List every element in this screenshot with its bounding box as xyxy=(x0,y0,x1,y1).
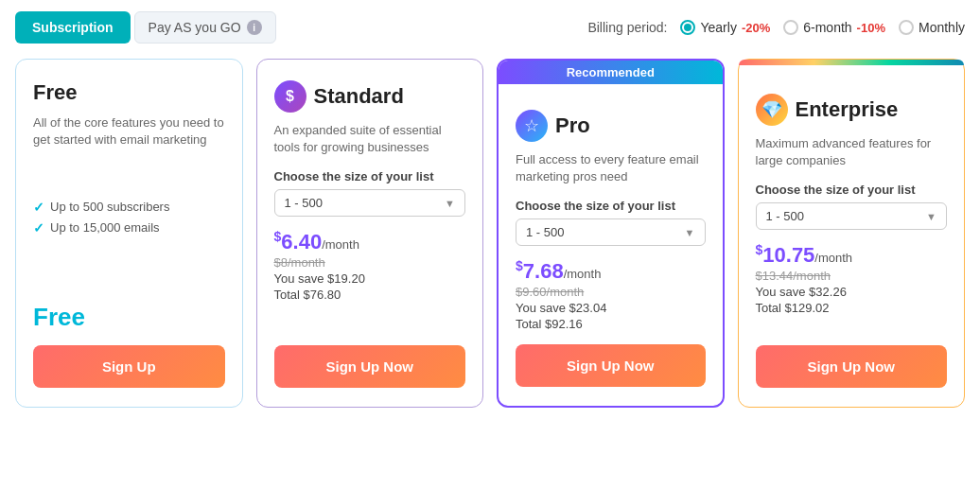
billing-sixmonth-discount: -10% xyxy=(857,21,885,35)
billing-option-sixmonth[interactable]: 6-month -10% xyxy=(783,20,885,35)
price-current-pro: $7.68/month xyxy=(516,259,706,282)
plan-name-standard: Standard xyxy=(314,84,404,109)
plan-desc-pro: Full access to every feature email marke… xyxy=(516,151,706,185)
card-enterprise: 💎 Enterprise Maximum advanced features f… xyxy=(738,59,966,408)
radio-sixmonth xyxy=(783,20,798,35)
billing-group: Billing period: Yearly -20% 6-month -10%… xyxy=(587,20,965,35)
price-total-pro: Total $92.16 xyxy=(516,317,706,331)
price-save-standard: You save $19.20 xyxy=(274,271,466,286)
billing-option-yearly[interactable]: Yearly -20% xyxy=(680,20,770,35)
free-price-label: Free xyxy=(33,303,225,332)
plan-name-free: Free xyxy=(33,80,225,105)
payasyougo-tab[interactable]: Pay AS you GO i xyxy=(134,11,276,44)
subscription-tab[interactable]: Subscription xyxy=(15,11,131,44)
price-total-enterprise: Total $129.02 xyxy=(756,301,948,315)
plan-desc-enterprise: Maximum advanced features for large comp… xyxy=(756,135,948,169)
price-current-standard: $6.40/month xyxy=(274,230,466,253)
price-total-standard: Total $76.80 xyxy=(274,288,466,302)
signup-button-pro[interactable]: Sign Up Now xyxy=(516,344,706,387)
dropdown-arrow-enterprise: ▼ xyxy=(926,211,936,222)
list-size-dropdown-pro[interactable]: 1 - 500 ▼ xyxy=(516,218,706,246)
list-size-label-standard: Choose the size of your list xyxy=(274,169,466,183)
enterprise-icon: 💎 xyxy=(756,94,788,126)
plan-desc-free: All of the core features you need to get… xyxy=(33,114,225,148)
plan-desc-standard: An expanded suite of essential tools for… xyxy=(274,122,466,156)
price-save-enterprise: You save $32.26 xyxy=(756,285,948,299)
price-original-enterprise: $13.44/month xyxy=(756,269,948,283)
radio-monthly xyxy=(899,20,914,35)
recommended-banner: Recommended xyxy=(499,61,723,84)
price-current-enterprise: $10.75/month xyxy=(756,243,948,266)
plan-name-pro: Pro xyxy=(555,114,590,138)
list-size-value-enterprise: 1 - 500 xyxy=(766,209,804,223)
billing-yearly-discount: -20% xyxy=(742,21,770,35)
features-list-free: ✓ Up to 500 subscribers ✓ Up to 15,000 e… xyxy=(33,200,225,278)
check-icon-2: ✓ xyxy=(33,220,44,236)
plan-title-row-pro: ☆ Pro xyxy=(516,110,706,142)
card-free: Free All of the core features you need t… xyxy=(15,59,243,408)
radio-yearly xyxy=(680,20,695,35)
check-icon-1: ✓ xyxy=(33,200,44,215)
list-size-value-pro: 1 - 500 xyxy=(526,225,564,239)
billing-yearly-label: Yearly xyxy=(700,20,736,35)
feature-free-2: ✓ Up to 15,000 emails xyxy=(33,220,225,236)
plan-name-enterprise: Enterprise xyxy=(796,97,899,122)
payasyougo-label: Pay AS you GO xyxy=(149,20,241,35)
card-standard: $ Standard An expanded suite of essentia… xyxy=(256,59,484,408)
list-size-label-enterprise: Choose the size of your list xyxy=(756,183,948,197)
billing-option-monthly[interactable]: Monthly xyxy=(899,20,965,35)
pro-icon: ☆ xyxy=(516,110,548,142)
billing-period-label: Billing period: xyxy=(587,20,667,35)
pricing-cards-grid: Free All of the core features you need t… xyxy=(15,59,965,408)
price-original-standard: $8/month xyxy=(274,255,466,270)
dropdown-arrow-pro: ▼ xyxy=(685,227,695,238)
list-size-dropdown-enterprise[interactable]: 1 - 500 ▼ xyxy=(756,202,948,230)
billing-sixmonth-label: 6-month xyxy=(803,20,851,35)
enterprise-banner xyxy=(739,60,965,65)
plan-title-row-standard: $ Standard xyxy=(274,80,466,113)
signup-button-enterprise[interactable]: Sign Up Now xyxy=(756,345,948,388)
standard-icon: $ xyxy=(274,80,306,113)
list-size-label-pro: Choose the size of your list xyxy=(516,199,706,213)
price-original-pro: $9.60/month xyxy=(516,285,706,299)
signup-button-standard[interactable]: Sign Up Now xyxy=(274,345,466,388)
info-icon: i xyxy=(247,20,262,35)
top-bar: Subscription Pay AS you GO i Billing per… xyxy=(15,11,965,44)
plan-title-row-enterprise: 💎 Enterprise xyxy=(756,94,948,126)
tab-group: Subscription Pay AS you GO i xyxy=(15,11,276,44)
feature-free-1: ✓ Up to 500 subscribers xyxy=(33,200,225,215)
signup-button-free[interactable]: Sign Up xyxy=(33,345,225,388)
card-pro: Recommended ☆ Pro Full access to every f… xyxy=(497,59,725,408)
list-size-value-standard: 1 - 500 xyxy=(285,196,323,210)
price-save-pro: You save $23.04 xyxy=(516,301,706,315)
list-size-dropdown-standard[interactable]: 1 - 500 ▼ xyxy=(274,189,466,217)
dropdown-arrow-standard: ▼ xyxy=(445,198,455,209)
billing-monthly-label: Monthly xyxy=(919,20,965,35)
